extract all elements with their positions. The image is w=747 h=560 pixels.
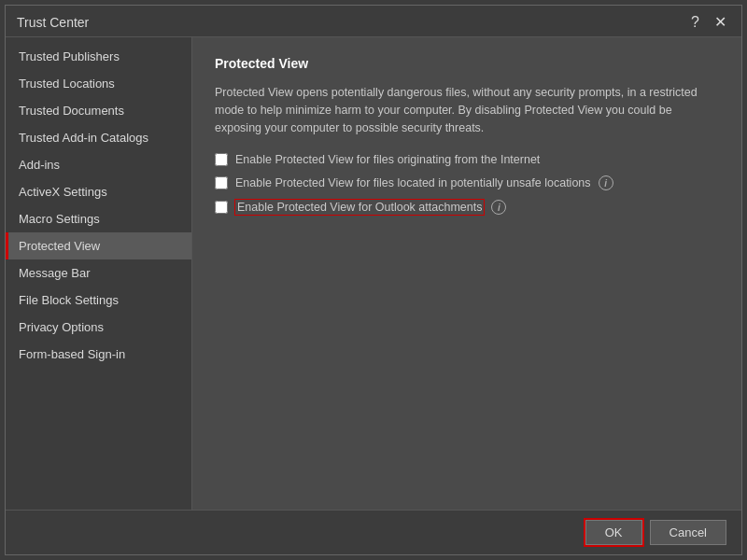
sidebar-item-privacy-options[interactable]: Privacy Options	[6, 314, 191, 341]
cb-outlook-checkbox[interactable]	[215, 201, 228, 214]
close-button[interactable]: ✕	[711, 13, 730, 31]
dialog-title: Trust Center	[17, 15, 89, 30]
checkbox-row-cb-internet: Enable Protected View for files originat…	[215, 153, 719, 166]
cb-outlook-label: Enable Protected View for Outlook attach…	[235, 200, 484, 215]
trust-center-dialog: Trust Center ? ✕ Trusted PublishersTrust…	[5, 5, 742, 555]
ok-button[interactable]: OK	[585, 520, 642, 545]
description-text: Protected View opens potentially dangero…	[215, 84, 719, 136]
cancel-button[interactable]: Cancel	[650, 520, 726, 545]
section-title: Protected View	[215, 56, 719, 71]
checkbox-row-cb-outlook: Enable Protected View for Outlook attach…	[215, 200, 719, 215]
sidebar-item-trusted-documents[interactable]: Trusted Documents	[6, 97, 191, 124]
sidebar-item-trusted-publishers[interactable]: Trusted Publishers	[6, 43, 191, 70]
sidebar-item-add-ins[interactable]: Add-ins	[6, 151, 191, 178]
dialog-footer: OK Cancel	[6, 510, 741, 554]
cb-unsafe-locations-info-icon[interactable]: i	[599, 175, 613, 190]
sidebar-item-file-block-settings[interactable]: File Block Settings	[6, 287, 191, 314]
cb-internet-label: Enable Protected View for files originat…	[235, 153, 540, 166]
cb-outlook-info-icon[interactable]: i	[491, 200, 506, 215]
sidebar-item-message-bar[interactable]: Message Bar	[6, 259, 191, 287]
main-panel: Protected View Protected View opens pote…	[192, 37, 741, 510]
title-bar: Trust Center ? ✕	[6, 6, 741, 37]
checkboxes-container: Enable Protected View for files originat…	[215, 153, 719, 215]
sidebar-item-trusted-add-in-catalogs[interactable]: Trusted Add-in Catalogs	[6, 124, 191, 151]
help-button[interactable]: ?	[687, 14, 703, 31]
checkbox-row-cb-unsafe-locations: Enable Protected View for files located …	[215, 175, 719, 190]
sidebar: Trusted PublishersTrusted LocationsTrust…	[6, 37, 192, 510]
sidebar-item-protected-view[interactable]: Protected View	[6, 232, 191, 259]
sidebar-item-trusted-locations[interactable]: Trusted Locations	[6, 70, 191, 97]
dialog-content: Trusted PublishersTrusted LocationsTrust…	[6, 37, 741, 510]
cb-unsafe-locations-checkbox[interactable]	[215, 176, 228, 189]
sidebar-item-macro-settings[interactable]: Macro Settings	[6, 205, 191, 232]
sidebar-item-form-based-sign-in[interactable]: Form-based Sign-in	[6, 341, 191, 368]
cb-unsafe-locations-label: Enable Protected View for files located …	[235, 176, 591, 189]
title-bar-controls: ? ✕	[687, 13, 730, 31]
sidebar-item-activex-settings[interactable]: ActiveX Settings	[6, 178, 191, 205]
cb-internet-checkbox[interactable]	[215, 153, 228, 166]
